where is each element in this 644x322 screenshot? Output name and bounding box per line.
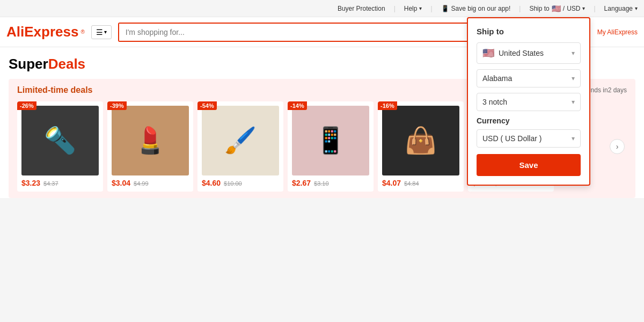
sale-price: $4.07 (382, 179, 401, 187)
product-card[interactable]: -14% 📱 $2.67 $3.10 (288, 101, 374, 192)
product-image: 💄 (112, 106, 189, 175)
discount-badge: -39% (107, 101, 127, 110)
discount-badge: -16% (378, 101, 397, 110)
original-price: $10.00 (224, 180, 242, 187)
sale-price: $3.23 (21, 179, 40, 187)
discount-badge: -54% (197, 101, 217, 110)
language-chevron-icon: ▾ (635, 5, 638, 11)
product-image: 🖌️ (202, 106, 279, 175)
phone-icon: 📱 (441, 5, 449, 12)
currency-selector[interactable]: USD ( US Dollar ) ▾ (477, 129, 581, 148)
original-price: $3.10 (314, 180, 329, 187)
popup-title: Ship to (477, 27, 581, 36)
shipto-chevron-icon: ▾ (582, 5, 585, 11)
notch-value: 3 notch (482, 98, 507, 106)
notch-chevron-icon: ▾ (572, 98, 575, 106)
product-card[interactable]: -16% 👜 $4.07 $4.84 (378, 101, 464, 192)
super-text: Super (9, 56, 48, 72)
original-price: $4.37 (43, 180, 58, 187)
country-chevron-icon: ▾ (572, 49, 575, 57)
hamburger-icon: ☰ (96, 28, 103, 36)
state-selector[interactable]: Alabama ▾ (477, 69, 581, 87)
ship-to-topbar[interactable]: Ship to 🇺🇸 / USD ▾ (529, 4, 585, 13)
country-name: United States (499, 49, 567, 57)
sale-price: $2.67 (292, 179, 311, 187)
menu-chevron-icon: ▾ (104, 29, 107, 35)
save-button[interactable]: Save (477, 154, 581, 176)
product-prices: $3.04 $4.99 (112, 179, 189, 187)
product-card[interactable]: -26% 🔦 $3.23 $4.37 (17, 101, 103, 192)
product-card[interactable]: -54% 🖌️ $4.60 $10.00 (197, 101, 283, 192)
discount-badge: -14% (288, 101, 307, 110)
next-arrow-button[interactable]: › (610, 139, 625, 154)
original-price: $4.99 (134, 180, 149, 187)
my-account-link[interactable]: My AliExpress (597, 28, 638, 36)
sale-price: $3.04 (112, 179, 130, 187)
product-image: 👜 (382, 106, 459, 175)
currency-chevron-icon: ▾ (572, 135, 575, 142)
menu-button[interactable]: ☰ ▾ (91, 25, 112, 39)
logo-text: AliExpress (6, 24, 78, 40)
product-prices: $4.60 $10.00 (202, 179, 279, 187)
country-selector[interactable]: 🇺🇸 United States ▾ (477, 42, 581, 64)
logo[interactable]: AliExpress ® (6, 24, 85, 40)
discount-badge: -26% (17, 101, 36, 110)
notch-selector[interactable]: 3 notch ▾ (477, 93, 581, 111)
ends-in-text: Ends in2 days (587, 86, 627, 94)
state-chevron-icon: ▾ (572, 75, 575, 82)
ship-to-popup: Ship to 🇺🇸 United States ▾ Alabama ▾ 3 n… (467, 17, 590, 186)
buyer-protection-label: Buyer Protection (338, 5, 385, 12)
product-image: 📱 (292, 106, 369, 175)
language-selector[interactable]: Language ▾ (604, 5, 638, 12)
product-prices: $4.07 $4.84 (382, 179, 459, 187)
state-name: Alabama (482, 74, 512, 83)
app-promo[interactable]: 📱 Save big on our app! (441, 5, 511, 12)
product-prices: $3.23 $4.37 (21, 179, 99, 187)
help-menu[interactable]: Help ▾ (404, 5, 422, 12)
product-card[interactable]: -39% 💄 $3.04 $4.99 (107, 101, 193, 192)
currency-label: Currency (477, 116, 581, 125)
sale-price: $4.60 (202, 179, 221, 187)
logo-reg: ® (80, 29, 84, 35)
help-chevron-icon: ▾ (419, 5, 422, 11)
buyer-protection[interactable]: Buyer Protection (338, 5, 385, 12)
product-image: 🔦 (21, 106, 99, 175)
country-flag-icon: 🇺🇸 (482, 47, 494, 59)
deals-text: Deals (48, 56, 85, 72)
limited-time-label: Limited-time deals (17, 85, 92, 95)
product-prices: $2.67 $3.10 (292, 179, 369, 187)
us-flag-icon: 🇺🇸 (552, 4, 561, 13)
original-price: $4.84 (404, 180, 419, 187)
top-bar: Buyer Protection | Help ▾ | 📱 Save big o… (0, 0, 644, 17)
currency-value: USD ( US Dollar ) (482, 134, 541, 143)
